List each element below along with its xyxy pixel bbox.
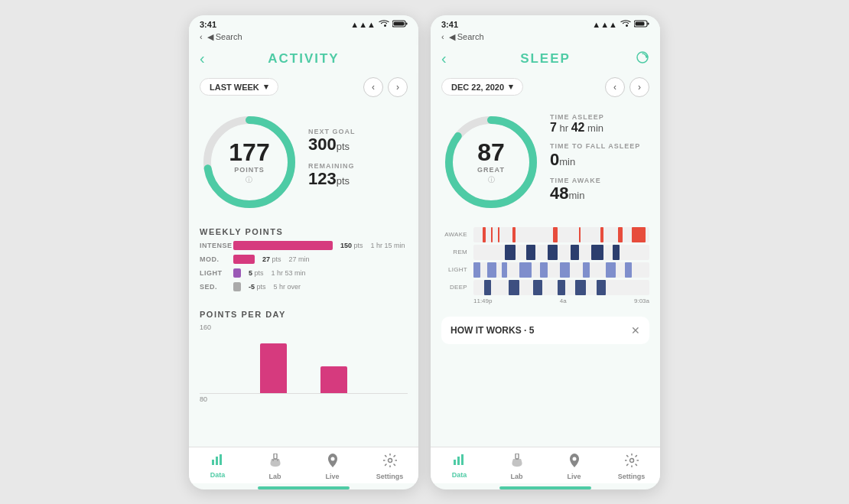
chart-bar-wrap (320, 333, 347, 393)
sleep-bottom-nav: Data Lab Live Settings (431, 447, 660, 483)
daily-chart: 160 80 (189, 324, 418, 412)
sleep-time: 3:41 (441, 20, 458, 29)
sleep-ring-info-icon[interactable]: ⓘ (477, 174, 505, 184)
sleep-segment (632, 227, 646, 242)
time-asleep-value: 7 hr 42 min (550, 121, 649, 135)
chart-bar-wrap (290, 333, 317, 393)
svg-rect-20 (457, 457, 460, 465)
next-arrow[interactable]: › (388, 77, 408, 97)
sleep-nav-lab[interactable]: Lab (488, 454, 545, 480)
back-arrow-icon: ‹ (200, 32, 203, 41)
sleep-battery-icon (634, 20, 649, 29)
sleep-segment (560, 262, 571, 278)
sleep-prev-arrow[interactable]: ‹ (605, 77, 625, 97)
sleep-segment (591, 245, 603, 260)
bar-pts: -5 pts (249, 283, 266, 291)
sleep-nav-live[interactable]: Live (545, 454, 603, 480)
sleep-stage-label: LIGHT (441, 266, 467, 273)
time-awake-stat: TIME AWAKE 48min (550, 177, 649, 203)
chart-bar-wrap (260, 333, 287, 393)
sleep-segment (606, 262, 616, 278)
chart-bar-wrap (229, 333, 256, 393)
nav-live[interactable]: Live (304, 454, 361, 480)
sleep-segment (526, 245, 535, 260)
sleep-segment (579, 227, 581, 242)
weekly-points-title: WEEKLY POINTS (189, 221, 418, 241)
sleep-status-bar: 3:41 ▲▲▲ (431, 15, 660, 31)
sleep-stage-row: LIGHT (441, 262, 649, 278)
sleep-phone: 3:41 ▲▲▲ ‹ ◀ Search ‹ SLEEP (431, 15, 660, 489)
time-fall-value: 0min (550, 151, 649, 169)
nav-lab[interactable]: Lab (246, 454, 304, 480)
sleep-back-button[interactable]: ‹ (441, 50, 447, 67)
sleep-segment (613, 245, 620, 260)
chart-bar-wrap (350, 333, 377, 393)
status-icons: ▲▲▲ (350, 20, 408, 29)
chevron-down-icon: ▾ (264, 82, 268, 92)
sleep-page-title: SLEEP (520, 51, 571, 67)
period-pill[interactable]: LAST WEEK ▾ (200, 78, 278, 96)
sleep-ring: 87 GREAT ⓘ (441, 112, 541, 212)
chart-bar-wrap (381, 333, 408, 393)
sleep-nav-data[interactable]: Data (431, 454, 488, 480)
sleep-time-axis: 11:49p 4a 9:03a (441, 298, 649, 304)
nav-live-label: Live (325, 473, 339, 480)
sleep-data-nav-icon (453, 454, 467, 470)
activity-back-search[interactable]: ‹ ◀ Search (189, 31, 418, 45)
bar-time: 27 min (289, 255, 310, 263)
sleep-segment (512, 227, 516, 242)
next-goal-stat: NEXT GOAL 300pts (308, 128, 408, 154)
sleep-signal-icon: ▲▲▲ (592, 20, 617, 29)
sleep-segment (484, 280, 491, 295)
next-goal-value: 300pts (308, 135, 408, 154)
ring-info-icon[interactable]: ⓘ (229, 174, 269, 184)
sleep-nav-live-label: Live (567, 473, 581, 480)
svg-rect-1 (406, 22, 408, 24)
sleep-segment (519, 262, 532, 278)
sleep-segment (558, 280, 564, 295)
svg-point-23 (572, 457, 576, 460)
activity-ring-section: 177 POINTS ⓘ NEXT GOAL 300pts REMAINING (189, 103, 418, 221)
activity-ring: 177 POINTS ⓘ (200, 112, 299, 212)
date-pill[interactable]: DEC 22, 2020 ▾ (441, 78, 523, 96)
svg-rect-19 (454, 460, 456, 465)
how-close-button[interactable]: ✕ (631, 324, 640, 337)
settings-nav-icon (383, 454, 397, 471)
prev-arrow[interactable]: ‹ (363, 77, 383, 97)
nav-settings[interactable]: Settings (361, 454, 418, 480)
activity-bar-row: LIGHT 5 pts 1 hr 53 min (200, 268, 408, 278)
time-asleep-label: TIME ASLEEP (550, 113, 649, 121)
svg-rect-22 (516, 454, 519, 459)
activity-bar-row: SED. -5 pts 5 hr over (200, 282, 408, 291)
sleep-settings-nav-icon (625, 454, 639, 471)
svg-rect-21 (461, 454, 464, 465)
sleep-stage-row: DEEP (441, 280, 649, 295)
sleep-stage-row: REM (441, 245, 649, 260)
sleep-segment (597, 280, 606, 295)
bar-time: 1 hr 53 min (272, 269, 306, 277)
refresh-button[interactable] (636, 50, 649, 67)
bar-pts: 5 pts (249, 269, 264, 277)
ring-center: 177 POINTS ⓘ (229, 139, 269, 184)
activity-back-button[interactable]: ‹ (200, 50, 205, 67)
sleep-next-arrow[interactable]: › (629, 77, 649, 97)
ring-number: 177 (229, 139, 269, 164)
sleep-nav-settings[interactable]: Settings (603, 454, 660, 480)
chart-bar (260, 343, 287, 393)
nav-lab-label: Lab (268, 473, 281, 480)
chart-y-max: 160 (200, 324, 408, 331)
activity-header: ‹ ACTIVITY (189, 45, 418, 73)
sleep-ring-number: 87 (477, 139, 505, 164)
sleep-status-icons: ▲▲▲ (592, 20, 649, 29)
nav-settings-label: Settings (376, 473, 404, 480)
time-asleep-stat: TIME ASLEEP 7 hr 42 min (550, 113, 649, 135)
bar-label: LIGHT (200, 269, 229, 277)
sleep-back-search[interactable]: ‹ ◀ Search (431, 31, 660, 45)
activity-stats-panel: NEXT GOAL 300pts REMAINING 123pts (308, 128, 408, 195)
nav-data[interactable]: Data (189, 454, 246, 480)
sleep-live-nav-icon (568, 454, 581, 471)
sleep-segment (533, 280, 542, 295)
svg-rect-8 (223, 458, 224, 459)
sleep-stage-bars (473, 280, 649, 295)
sleep-stage-bars (473, 245, 649, 260)
